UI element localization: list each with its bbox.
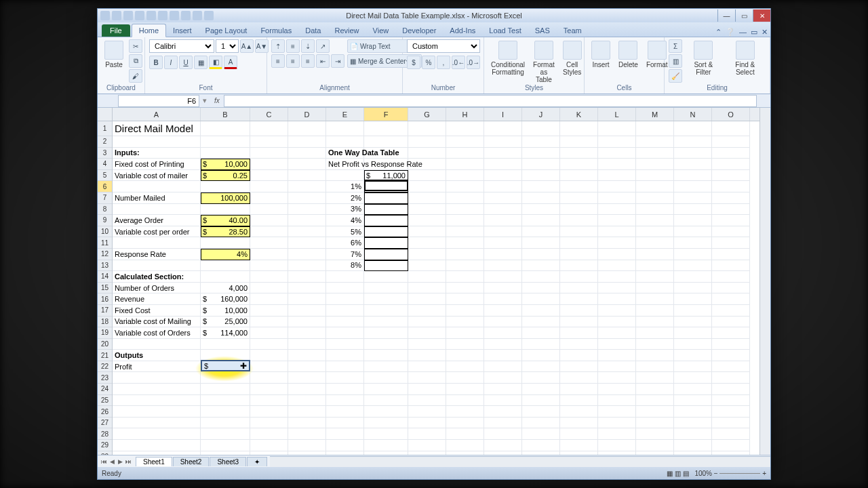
- cell-F20[interactable]: [364, 339, 408, 350]
- sheet-tab-3[interactable]: Sheet3: [210, 457, 246, 466]
- cell-M29[interactable]: [636, 440, 674, 451]
- cell-C13[interactable]: [250, 260, 288, 272]
- row-header-1[interactable]: 1: [98, 121, 112, 136]
- cell-K11[interactable]: [560, 237, 598, 249]
- cell-C12[interactable]: [250, 249, 288, 260]
- cell-K15[interactable]: [560, 283, 598, 294]
- help-icon[interactable]: ❔: [726, 28, 735, 37]
- view-pagebreak-icon[interactable]: ▤: [683, 470, 689, 477]
- cell-M4[interactable]: [636, 159, 674, 170]
- cell-C8[interactable]: [250, 204, 288, 216]
- cell-H11[interactable]: [446, 237, 484, 249]
- cell-A21[interactable]: Outputs: [113, 350, 201, 361]
- cell-M8[interactable]: [636, 204, 674, 216]
- cell-G24[interactable]: [408, 384, 446, 395]
- cell-H19[interactable]: [446, 327, 484, 339]
- cell-A8[interactable]: [113, 204, 201, 216]
- cell-N8[interactable]: [674, 204, 712, 216]
- cell-C24[interactable]: [250, 384, 288, 395]
- cell-J19[interactable]: [522, 327, 560, 339]
- cell-G21[interactable]: [408, 350, 446, 361]
- row-header-27[interactable]: 27: [98, 418, 112, 429]
- cell-H23[interactable]: [446, 372, 484, 384]
- font-color-icon[interactable]: A: [224, 56, 237, 69]
- cell-N27[interactable]: [674, 418, 712, 429]
- cell-O16[interactable]: [712, 293, 750, 305]
- cell-B2[interactable]: [201, 136, 250, 148]
- cell-G6[interactable]: [408, 181, 446, 192]
- formula-bar[interactable]: [224, 95, 757, 107]
- cell-J25[interactable]: [522, 395, 560, 407]
- col-header-E[interactable]: E: [326, 108, 364, 121]
- cell-M11[interactable]: [636, 237, 674, 249]
- cell-I30[interactable]: [484, 451, 522, 455]
- cell-A27[interactable]: [113, 418, 201, 429]
- cell-I10[interactable]: [484, 226, 522, 238]
- cell-O28[interactable]: [712, 428, 750, 440]
- cell-B7[interactable]: 100,000: [201, 192, 250, 204]
- cell-C20[interactable]: [250, 339, 288, 350]
- find-select-button[interactable]: Find & Select: [725, 39, 766, 76]
- cell-C22[interactable]: [250, 361, 288, 373]
- cell-A15[interactable]: Number of Orders: [113, 283, 201, 294]
- cell-L29[interactable]: [598, 440, 636, 451]
- cell-O14[interactable]: [712, 271, 750, 283]
- cell-K12[interactable]: [560, 249, 598, 260]
- cell-F17[interactable]: [364, 305, 408, 317]
- cell-C17[interactable]: [250, 305, 288, 317]
- cell-E16[interactable]: [326, 293, 364, 305]
- cell-L25[interactable]: [598, 395, 636, 407]
- cell-D27[interactable]: [288, 418, 326, 429]
- cell-D14[interactable]: [288, 271, 326, 283]
- row-header-7[interactable]: 7: [98, 192, 112, 204]
- tab-loadtest[interactable]: Load Test: [482, 24, 528, 37]
- cell-A2[interactable]: [113, 136, 201, 148]
- row-header-20[interactable]: 20: [98, 339, 112, 350]
- cell-L8[interactable]: [598, 204, 636, 216]
- cell-I3[interactable]: [484, 148, 522, 159]
- sort-filter-button[interactable]: Sort & Filter: [685, 39, 722, 76]
- cell-D28[interactable]: [288, 428, 326, 440]
- cell-L11[interactable]: [598, 237, 636, 249]
- col-header-L[interactable]: L: [598, 108, 636, 121]
- cell-K30[interactable]: [560, 451, 598, 455]
- cell-C15[interactable]: [250, 283, 288, 294]
- file-tab[interactable]: File: [102, 24, 130, 37]
- cell-A7[interactable]: Number Mailed: [113, 192, 201, 204]
- cell-B28[interactable]: [201, 428, 250, 440]
- cell-D10[interactable]: [288, 226, 326, 238]
- row-header-15[interactable]: 15: [98, 283, 112, 294]
- close-button[interactable]: ✕: [753, 9, 770, 22]
- cell-O12[interactable]: [712, 249, 750, 260]
- cell-D19[interactable]: [288, 327, 326, 339]
- copy-icon[interactable]: ⧉: [129, 54, 142, 68]
- cell-E12[interactable]: 7%: [326, 249, 364, 260]
- horizontal-scrollbar[interactable]: [270, 456, 770, 467]
- cell-F30[interactable]: [364, 451, 408, 455]
- col-header-C[interactable]: C: [250, 108, 288, 121]
- cell-A13[interactable]: [113, 260, 201, 272]
- align-right-icon[interactable]: ≡: [301, 54, 315, 68]
- cell-B9[interactable]: $40.00: [201, 215, 250, 226]
- cell-G14[interactable]: [408, 271, 446, 283]
- cell-O18[interactable]: [712, 317, 750, 328]
- select-all-corner[interactable]: [98, 108, 112, 121]
- cell-L21[interactable]: [598, 350, 636, 361]
- cell-G23[interactable]: [408, 372, 446, 384]
- save-icon[interactable]: [112, 11, 121, 20]
- cell-H14[interactable]: [446, 271, 484, 283]
- cell-H3[interactable]: [446, 148, 484, 159]
- cell-L17[interactable]: [598, 305, 636, 317]
- cell-M2[interactable]: [636, 136, 674, 148]
- cell-E10[interactable]: 5%: [326, 226, 364, 238]
- cell-C25[interactable]: [250, 395, 288, 407]
- cell-F8[interactable]: [364, 204, 408, 216]
- cell-N19[interactable]: [674, 327, 712, 339]
- cell-B20[interactable]: [201, 339, 250, 350]
- cell-O22[interactable]: [712, 361, 750, 373]
- cell-O8[interactable]: [712, 204, 750, 216]
- cell-M13[interactable]: [636, 260, 674, 272]
- row-header-13[interactable]: 13: [98, 260, 112, 272]
- row-header-22[interactable]: 22: [98, 361, 112, 373]
- minimize-ribbon-icon[interactable]: ⌃: [715, 28, 722, 37]
